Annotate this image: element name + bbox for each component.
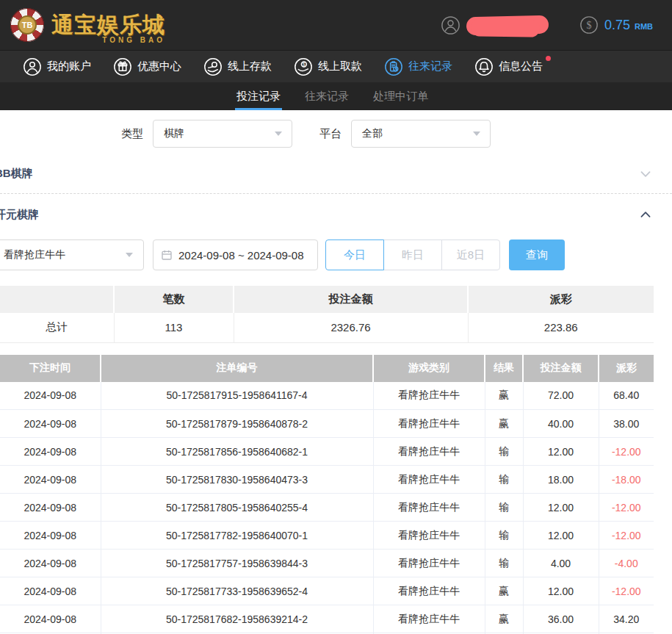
bet-date: 2024-09-08	[0, 438, 101, 466]
bet-date: 2024-09-08	[0, 494, 101, 522]
nav-item-deposit[interactable]: 线上存款	[192, 51, 283, 82]
bet-game: 看牌抢庄牛牛	[373, 577, 485, 605]
nav-item-promotions[interactable]: 优惠中心	[102, 51, 192, 82]
avatar-icon[interactable]	[441, 15, 460, 35]
type-label: 类型	[121, 127, 143, 141]
bet-date: 2024-09-08	[0, 382, 101, 410]
site-logo[interactable]: TB 通宝娱乐城 TONG BAO	[10, 8, 165, 42]
nav-item-announcements[interactable]: 信息公告	[463, 51, 554, 82]
chevron-down-icon	[275, 132, 282, 136]
bet-game: 看牌抢庄牛牛	[373, 494, 485, 522]
platform-select-value: 全部	[362, 127, 383, 140]
date-range-value: 2024-09-08 ~ 2024-09-08	[178, 249, 304, 262]
col-header-result: 结果	[485, 355, 523, 382]
table-row: 2024-09-08 50-1725817757-1958639844-3 看牌…	[0, 550, 654, 577]
bet-result: 赢	[485, 577, 523, 605]
main-nav: 我的账户 优惠中心 线上存款 $ 线上取款 往来记录 信息公告	[0, 50, 672, 82]
balance-currency: RMB	[635, 20, 653, 31]
platform-select[interactable]: 全部	[351, 120, 491, 148]
yesterday-button[interactable]: 昨日	[383, 239, 442, 270]
nav-item-my-account[interactable]: 我的账户	[12, 51, 102, 82]
nav-label: 信息公告	[499, 60, 543, 73]
type-select[interactable]: 棋牌	[153, 120, 292, 148]
bet-id: 50-1725817830-1958640473-3	[101, 466, 373, 494]
table-row: 2024-09-08 50-1725817682-1958639214-2 看牌…	[0, 605, 654, 633]
tab-transaction-records[interactable]: 往来记录	[305, 82, 349, 110]
quick-range-group: 今日 昨日 近8日	[325, 239, 500, 270]
col-header-game-type: 游戏类别	[373, 355, 485, 382]
bet-id: 50-1725817915-1958641167-4	[101, 382, 373, 410]
today-button[interactable]: 今日	[325, 239, 384, 270]
bet-amount: 12.00	[523, 522, 599, 550]
bet-date: 2024-09-08	[0, 605, 101, 633]
top-header: TB 通宝娱乐城 TONG BAO $ 0.75 RMB	[0, 0, 672, 50]
summary-header-blank	[0, 286, 114, 313]
bet-date: 2024-09-08	[0, 466, 101, 494]
chevron-up-icon	[638, 207, 653, 222]
bet-payout: 38.00	[599, 410, 654, 438]
bet-game: 看牌抢庄牛牛	[373, 522, 485, 550]
col-header-bet-time: 下注时间	[0, 355, 101, 382]
bet-amount: 36.00	[523, 605, 599, 633]
gift-icon	[113, 57, 132, 76]
bet-date: 2024-09-08	[0, 522, 101, 550]
calendar-icon	[161, 249, 173, 261]
bet-id: 50-1725817733-1958639652-4	[101, 577, 373, 605]
section-ky-chess[interactable]: 开元棋牌	[0, 194, 672, 235]
deposit-icon	[203, 57, 223, 76]
bet-result: 赢	[485, 410, 523, 438]
section-bb-chess[interactable]: BB棋牌	[0, 154, 672, 194]
table-row: 2024-09-08 50-1725817782-1958640070-1 看牌…	[0, 522, 654, 550]
bet-game: 看牌抢庄牛牛	[373, 382, 485, 410]
nav-label: 线上存款	[228, 60, 272, 73]
chevron-down-icon	[638, 167, 653, 181]
svg-text:$: $	[586, 19, 591, 31]
bet-amount: 18.00	[523, 466, 599, 494]
nav-label: 往来记录	[408, 60, 452, 73]
chevron-down-icon	[473, 132, 480, 136]
balance-widget[interactable]: $ 0.75 RMB	[579, 15, 653, 35]
site-subtitle: TONG BAO	[102, 37, 165, 44]
bet-result: 输	[485, 522, 523, 550]
nav-item-transaction-records[interactable]: 往来记录	[373, 51, 463, 82]
user-area: $ 0.75 RMB	[441, 15, 653, 35]
bet-date: 2024-09-08	[0, 410, 101, 438]
game-select[interactable]: 看牌抢庄牛牛	[0, 239, 144, 270]
search-button[interactable]: 查询	[509, 239, 565, 270]
bell-icon	[474, 57, 494, 76]
table-row: 2024-09-08 50-1725817830-1958640473-3 看牌…	[0, 466, 654, 494]
bet-result: 赢	[485, 605, 523, 633]
filter-row: 类型 棋牌 平台 全部	[121, 119, 672, 148]
bet-date: 2024-09-08	[0, 550, 101, 577]
table-row: 2024-09-08 50-1725817733-1958639652-4 看牌…	[0, 577, 654, 605]
notification-badge	[546, 56, 551, 61]
bet-amount: 12.00	[523, 438, 599, 466]
bet-game: 看牌抢庄牛牛	[373, 466, 485, 494]
summary-table: 笔数 投注金额 派彩 总计 113 2326.76 223.86	[0, 286, 654, 343]
section-title: 开元棋牌	[0, 208, 39, 222]
bet-result: 输	[485, 550, 523, 577]
query-row: 看牌抢庄牛牛 2024-09-08 ~ 2024-09-08 今日 昨日 近8日…	[0, 239, 672, 270]
col-header-payout: 派彩	[599, 355, 654, 382]
summary-payout: 223.86	[468, 313, 654, 342]
date-range-picker[interactable]: 2024-09-08 ~ 2024-09-08	[153, 239, 318, 270]
type-select-value: 棋牌	[164, 127, 184, 140]
game-select-value: 看牌抢庄牛牛	[4, 248, 65, 262]
col-header-bet-id: 注单编号	[101, 355, 373, 382]
user-icon	[23, 57, 42, 76]
table-row: 2024-09-08 50-1725817879-1958640878-2 看牌…	[0, 410, 654, 438]
bet-date: 2024-09-08	[0, 577, 101, 605]
platform-label: 平台	[319, 127, 342, 141]
last-8-days-button[interactable]: 近8日	[441, 239, 500, 270]
tab-bet-records[interactable]: 投注记录	[236, 82, 281, 110]
svg-text:$: $	[303, 61, 306, 66]
bet-payout: -18.00	[599, 466, 654, 494]
bet-id: 50-1725817782-1958640070-1	[101, 522, 373, 550]
table-row: 2024-09-08 50-1725817915-1958641167-4 看牌…	[0, 382, 654, 410]
nav-item-withdraw[interactable]: $ 线上取款	[283, 51, 373, 82]
bet-payout: -12.00	[599, 577, 654, 605]
summary-bet-amount: 2326.76	[234, 313, 468, 342]
tab-processing-orders[interactable]: 处理中订单	[373, 82, 428, 110]
summary-total-row: 总计 113 2326.76 223.86	[0, 313, 654, 342]
bet-table: 下注时间 注单编号 游戏类别 结果 投注金额 派彩 2024-09-08 50-…	[0, 355, 654, 634]
